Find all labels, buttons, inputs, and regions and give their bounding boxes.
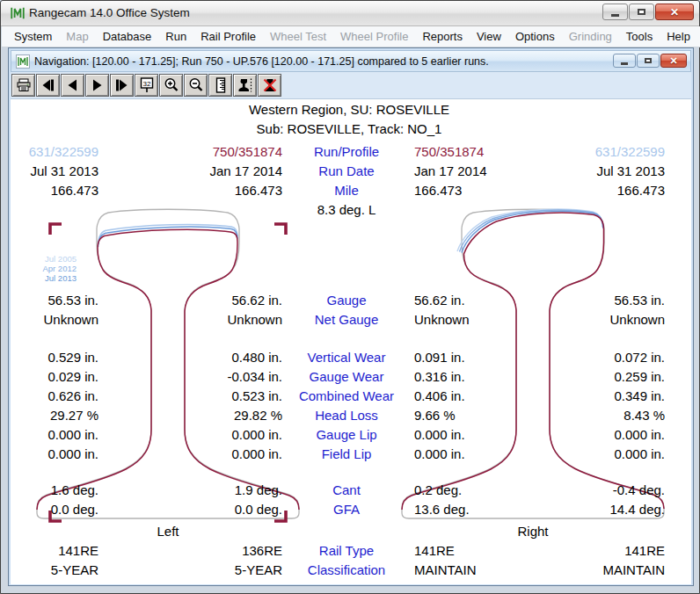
menu-system[interactable]: System <box>7 27 59 46</box>
navigation-window: Navigation: [120.00 - 171.25]; Run 750 -… <box>8 47 694 586</box>
table-row-cant: 1.6 deg. 1.9 deg. Cant 0.2 deg. -0.4 deg… <box>11 482 688 499</box>
value-left-outer: 166.473 <box>11 182 98 199</box>
row-label: Gauge Lip <box>282 426 411 444</box>
zoom-out-button[interactable] <box>184 74 208 97</box>
value-right-inner: 166.473 <box>411 182 512 199</box>
value-right-outer: 14.4 deg. <box>512 501 688 518</box>
curvature-value: 8.3 deg. L <box>282 201 411 219</box>
value-right-outer: 0.000 in. <box>512 426 688 444</box>
value-left-inner: 166.473 <box>98 182 282 199</box>
rail-profile-icon <box>237 77 253 93</box>
row-label: Vertical Wear <box>282 349 411 366</box>
row-label: Cant <box>282 482 411 499</box>
nav-minimize-button[interactable] <box>613 54 636 68</box>
value-right-outer: 0.000 in. <box>512 446 688 463</box>
value-right-inner: 141RE <box>411 542 512 560</box>
navigation-title: Navigation: [120.00 - 171.25]; Run 750 -… <box>34 55 489 68</box>
menu-wheel-profile: Wheel Profile <box>333 27 415 46</box>
navigation-titlebar[interactable]: Navigation: [120.00 - 171.25]; Run 750 -… <box>11 50 691 72</box>
value-left-outer: 0.0 deg. <box>11 501 98 518</box>
app-minimize-button[interactable] <box>602 4 628 20</box>
app-logo-icon <box>10 5 26 21</box>
value-left-outer: 0.000 in. <box>11 446 98 463</box>
value-left-inner: 0.0 deg. <box>98 501 282 518</box>
row-label: Classification <box>282 561 411 579</box>
delete-rail-profile-button[interactable] <box>258 74 281 97</box>
value-left-inner: 750/351874 <box>98 143 282 161</box>
value-right-inner: 0.316 in. <box>411 368 512 386</box>
value-right-outer: 0.072 in. <box>512 349 688 366</box>
value-right-inner: 9.66 % <box>411 407 512 424</box>
value-left-inner: 56.62 in. <box>98 292 282 309</box>
table-row-field-lip: 0.000 in. 0.000 in. Field Lip 0.000 in. … <box>11 446 688 463</box>
svg-text:32: 32 <box>142 80 150 88</box>
value-left-outer: 1.6 deg. <box>11 482 98 499</box>
menu-wheel-test: Wheel Test <box>263 27 333 46</box>
delete-rail-profile-icon <box>262 77 278 93</box>
row-label: Combined Wear <box>282 388 411 405</box>
row-label: Net Gauge <box>282 311 411 329</box>
table-row-run-date: Jul 31 2013 Jan 17 2014 Run Date Jan 17 … <box>11 163 688 180</box>
app-maximize-button[interactable] <box>629 4 654 20</box>
value-left-outer: 141RE <box>11 542 98 560</box>
nav-first-button[interactable] <box>36 74 60 97</box>
milepost-icon: 32 <box>139 77 155 93</box>
rail-profile-button[interactable] <box>233 74 257 97</box>
table-row-gauge-wear: 0.029 in. -0.034 in. Gauge Wear 0.316 in… <box>11 368 688 386</box>
menu-database[interactable]: Database <box>96 27 159 46</box>
value-left-inner: 0.480 in. <box>98 349 282 366</box>
value-right-inner: Jan 17 2014 <box>411 163 512 180</box>
region-header: Western Region, SU: ROSEVILLE <box>11 101 688 119</box>
value-left-outer: Unknown <box>11 311 98 329</box>
nav-last-icon <box>114 78 129 92</box>
legend-item: Jul 2005 <box>31 254 77 264</box>
row-label: Rail Type <box>282 542 411 560</box>
zoom-in-button[interactable] <box>159 74 183 97</box>
ruler-icon <box>213 77 229 93</box>
app-close-button[interactable]: ✕ <box>655 4 694 20</box>
menu-reports[interactable]: Reports <box>415 27 470 46</box>
menubar: System Map Database Run Rail Profile Whe… <box>2 26 700 47</box>
value-right-inner: Unknown <box>411 311 512 329</box>
nav-next-icon <box>90 78 105 92</box>
row-label: Run Date <box>282 163 411 180</box>
nav-prev-button[interactable] <box>61 74 84 97</box>
row-label: Head Loss <box>282 407 411 424</box>
milepost-button[interactable]: 32 <box>135 74 158 97</box>
menu-rail-profile[interactable]: Rail Profile <box>193 27 263 46</box>
value-left-inner: 1.9 deg. <box>98 482 282 499</box>
row-label: GFA <box>282 501 411 518</box>
value-left-inner: 29.82 % <box>98 407 282 424</box>
right-rail-caption: Right <box>401 523 665 540</box>
row-label: Run/Profile <box>282 143 411 161</box>
print-button[interactable] <box>11 74 35 97</box>
value-right-inner: MAINTAIN <box>411 561 512 579</box>
value-right-inner: 13.6 deg. <box>411 501 512 518</box>
row-label: Mile <box>282 182 411 199</box>
menu-tools[interactable]: Tools <box>619 27 660 46</box>
value-left-inner: -0.034 in. <box>98 368 282 386</box>
value-right-outer: 141RE <box>512 542 688 560</box>
nav-last-button[interactable] <box>110 74 134 97</box>
value-right-outer: 631/322599 <box>512 143 688 161</box>
value-right-inner: 0.406 in. <box>411 388 512 405</box>
value-right-inner: 0.000 in. <box>411 426 512 444</box>
table-row-mile: 166.473 166.473 Mile 166.473 166.473 <box>11 182 688 199</box>
nav-restore-button[interactable] <box>637 54 660 68</box>
menu-options[interactable]: Options <box>508 27 562 46</box>
value-left-inner: 0.000 in. <box>98 426 282 444</box>
menu-help[interactable]: Help <box>660 27 697 46</box>
ruler-button[interactable] <box>208 74 232 97</box>
table-row-gauge-lip: 0.000 in. 0.000 in. Gauge Lip 0.000 in. … <box>11 426 688 444</box>
value-right-outer: 56.53 in. <box>512 292 688 309</box>
app-titlebar[interactable]: Rangecam 14.0 Office System ✕ <box>1 1 699 26</box>
value-left-inner: 0.000 in. <box>98 446 282 463</box>
menu-view[interactable]: View <box>470 27 508 46</box>
app-title: Rangecam 14.0 Office System <box>29 6 190 19</box>
value-right-outer: MAINTAIN <box>512 561 688 579</box>
value-right-outer: 8.43 % <box>512 407 688 424</box>
nav-close-button[interactable]: ✕ <box>660 54 687 68</box>
nav-next-button[interactable] <box>85 74 109 97</box>
table-row-combined-wear: 0.626 in. 0.523 in. Combined Wear 0.406 … <box>11 388 688 405</box>
menu-run[interactable]: Run <box>158 27 193 46</box>
